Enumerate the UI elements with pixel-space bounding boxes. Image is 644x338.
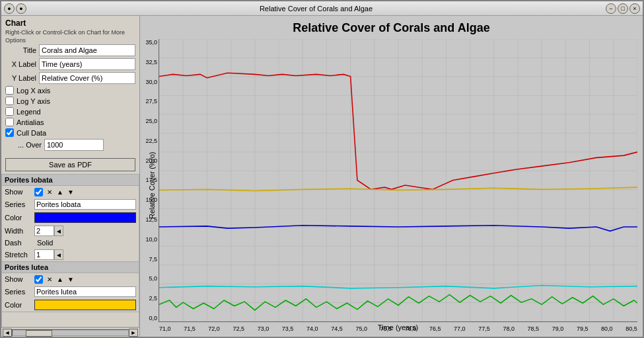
x-tick-76: 76,0 [405,325,417,332]
stretch-label-lobata: Stretch [5,251,34,259]
log-y-row: Log Y axis [5,97,135,105]
y-tick-225: 22,5 [141,138,157,144]
stretch-input-lobata[interactable] [34,249,54,260]
show-checkbox-lobata[interactable] [34,188,43,196]
show-label-lobata: Show [5,188,34,196]
y-tick-325: 32,5 [141,59,157,65]
title-row: Title [5,44,135,56]
y-tick-0: 0,0 [141,315,157,321]
x-tick-745: 74,5 [331,325,343,332]
x-tick-735: 73,5 [282,325,294,332]
down-button-lutea[interactable]: ▼ [66,275,75,284]
scrollbar-track[interactable] [12,329,129,336]
x-tick-725: 72,5 [233,325,245,332]
cull-data-label: Cull Data [17,129,46,137]
show-checkbox-lutea[interactable] [34,275,43,284]
width-label-lobata: Width [5,227,34,235]
save-pdf-button[interactable]: Save as PDF [5,158,135,171]
width-slider-lobata[interactable]: ◄ [54,226,63,236]
stretch-slider-lobata[interactable]: ◄ [54,249,63,260]
series-group-lutea: Porites lutea Show ✕ ▲ ▼ Series [2,262,139,312]
show-row-lutea: Show ✕ ▲ ▼ [2,273,139,285]
legend-label: Legend [17,108,41,116]
y-tick-275: 27,5 [141,98,157,105]
cull-data-row: Cull Data [5,128,135,137]
stretch-row-lobata: Stretch ◄ [2,248,139,261]
log-x-label: Log X axis [17,87,50,95]
x-button-lutea[interactable]: ✕ [45,275,54,284]
chart-area: Relative Cover of Corals and Algae Relat… [140,16,643,337]
x-tick-80: 80,0 [601,325,613,332]
close-button[interactable]: × [629,3,640,14]
color-row-lutea: Color [2,298,139,312]
width-input-lobata[interactable] [34,226,54,236]
series-scroll-area[interactable]: Porites lobata Show ✕ ▲ ▼ Series [1,174,139,327]
main-content: Chart Right-Click or Control-Click on Ch… [1,16,643,337]
series-name-row-lutea: Series [2,285,139,298]
x-tick-785: 78,5 [528,325,540,332]
series-group-lobata: Porites lobata Show ✕ ▲ ▼ Series [2,175,139,262]
title-input[interactable] [39,44,135,56]
y-tick-30: 30,0 [141,79,157,85]
log-y-checkbox[interactable] [5,97,14,105]
x-label-label: X Label [5,60,36,68]
minimize-button-mac[interactable]: ● [16,3,26,14]
series-name-input-lobata[interactable] [34,199,136,210]
show-row-lobata: Show ✕ ▲ ▼ [2,186,139,198]
scroll-left-btn[interactable]: ◄ [3,329,12,337]
x-tick-75: 75,0 [355,325,367,332]
antialias-label: Antialias [17,118,44,126]
x-tick-71: 71,0 [159,325,171,332]
y-tick-25: 25,0 [141,118,157,124]
chart-plot: 35,0 32,5 30,0 27,5 25,0 22,5 20,0 17,5 … [159,39,637,322]
minimize-button[interactable]: − [606,3,616,14]
series-group-lobata-header: Porites lobata [2,175,139,186]
close-button-mac[interactable]: ● [4,3,15,14]
chart-section: Chart Right-Click or Control-Click on Ch… [1,16,139,155]
x-tick-73: 73,0 [258,325,269,332]
title-label: Title [5,46,36,54]
up-button-lutea[interactable]: ▲ [55,275,65,284]
title-bar: ● ● Relative Cover of Corals and Algae −… [1,1,643,16]
dash-row-lobata: Dash Solid [2,237,139,248]
log-x-row: Log X axis [5,86,135,95]
x-tick-labels: 71,0 71,5 72,0 72,5 73,0 73,5 74,0 74,5 … [159,325,637,332]
legend-checkbox[interactable] [5,107,14,116]
y-tick-25b: 2,5 [141,295,157,302]
scrollbar-thumb[interactable] [26,330,52,337]
antialias-checkbox[interactable] [5,118,14,126]
left-panel: Chart Right-Click or Control-Click on Ch… [1,16,140,337]
x-tick-775: 77,5 [478,325,490,332]
down-button-lobata[interactable]: ▼ [66,187,75,196]
cull-data-checkbox[interactable] [5,128,14,137]
show-label-lutea: Show [5,275,34,283]
y-label-row: Y Label [5,72,135,84]
x-tick-78: 78,0 [503,325,515,332]
width-row-lobata: Width ◄ [2,224,139,237]
up-button-lobata[interactable]: ▲ [55,187,65,196]
y-label-input[interactable] [39,72,135,84]
horizontal-scrollbar[interactable]: ◄ ► [1,327,139,337]
x-label-row: X Label [5,58,135,70]
x-tick-795: 79,5 [577,325,589,332]
scroll-right-btn[interactable]: ► [129,329,138,337]
y-tick-175: 17,5 [141,177,157,183]
x-tick-715: 71,5 [184,325,196,332]
y-tick-10: 10,0 [141,236,157,243]
maximize-button[interactable]: □ [618,3,628,14]
over-input[interactable] [44,139,104,151]
series-name-input-lutea[interactable] [34,286,136,297]
x-label-input[interactable] [39,58,135,70]
y-tick-labels: 35,0 32,5 30,0 27,5 25,0 22,5 20,0 17,5 … [141,39,157,321]
x-button-lobata[interactable]: ✕ [45,187,54,196]
log-x-checkbox[interactable] [5,86,14,95]
window-title: Relative Cover of Corals and Algae [26,5,606,13]
y-tick-125: 12,5 [141,216,157,223]
series-group-lutea-header: Porites lutea [2,262,139,273]
color-swatch-lobata[interactable] [34,212,136,223]
over-row: ... Over [5,139,135,151]
color-label-lobata: Color [5,214,34,222]
color-swatch-lutea[interactable] [34,300,136,310]
antialias-row: Antialias [5,118,135,126]
series-name-row-lobata: Series [2,198,139,211]
